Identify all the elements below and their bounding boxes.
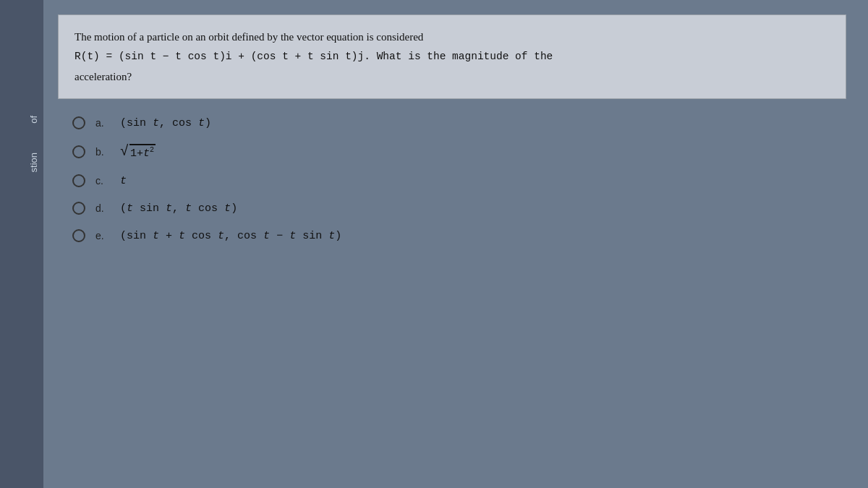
option-label-a: a.	[95, 117, 110, 129]
option-text-d: (t sin t, t cos t)	[120, 202, 237, 215]
option-row-d: d. (t sin t, t cos t)	[72, 202, 846, 215]
option-label-e: e.	[95, 230, 110, 241]
option-label-b: b.	[95, 146, 110, 158]
option-text-a: (sin t, cos t)	[120, 117, 211, 129]
sqrt-content: 1+t2	[129, 144, 156, 160]
sidebar-label-of: of	[28, 116, 39, 124]
question-line1: The motion of a particle on an orbit def…	[75, 28, 830, 46]
option-row-c: c. t	[72, 174, 846, 187]
option-text-e: (sin t + t cos t, cos t − t sin t)	[120, 230, 341, 242]
question-line2: R(t) = (sin t − t cos t)i + (cos t + t s…	[75, 48, 830, 65]
option-row-b: b. √ 1+t2	[72, 144, 846, 160]
sidebar-label-stion: stion	[28, 153, 39, 172]
option-row-e: e. (sin t + t cos t, cos t − t sin t)	[72, 229, 846, 242]
option-text-b: √ 1+t2	[120, 144, 156, 160]
question-line3: acceleration?	[75, 68, 830, 85]
question-box: The motion of a particle on an orbit def…	[58, 14, 846, 99]
main-content: The motion of a particle on an orbit def…	[43, 0, 868, 488]
option-text-c: t	[120, 175, 127, 187]
option-label-d: d.	[95, 202, 110, 214]
radio-b[interactable]	[72, 145, 85, 158]
radio-e[interactable]	[72, 229, 85, 242]
sqrt-expression: √ 1+t2	[120, 144, 156, 160]
radio-c[interactable]	[72, 174, 85, 187]
option-row-a: a. (sin t, cos t)	[72, 116, 846, 129]
sqrt-symbol-icon: √	[120, 145, 129, 159]
radio-d[interactable]	[72, 202, 85, 215]
radio-a[interactable]	[72, 116, 85, 129]
option-label-c: c.	[95, 175, 110, 187]
left-sidebar: of stion	[0, 0, 43, 488]
options-area: a. (sin t, cos t) b. √ 1+t2 c. t d. (t s…	[58, 116, 846, 242]
